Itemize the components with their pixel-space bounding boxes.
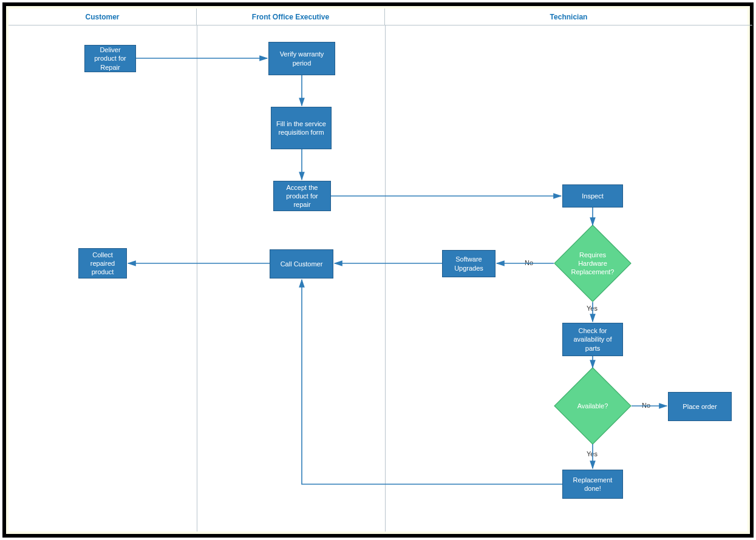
- lane-divider-2: [385, 25, 386, 532]
- lane-header-front-office: Front Office Executive: [197, 8, 385, 25]
- node-inspect[interactable]: Inspect: [562, 184, 623, 208]
- node-call-customer[interactable]: Call Customer: [270, 249, 333, 278]
- lane-header-customer: Customer: [9, 8, 197, 25]
- edge-label-no-available: No: [642, 402, 650, 409]
- node-verify-warranty[interactable]: Verify warranty period: [268, 42, 335, 75]
- node-available[interactable]: Available?: [565, 379, 620, 433]
- node-software-upgrades[interactable]: Software Upgrades: [442, 250, 495, 277]
- lane-header-technician: Technician: [385, 8, 752, 25]
- edge-label-no-hardware: No: [525, 259, 533, 266]
- diamond-label: Available?: [565, 379, 620, 433]
- node-replacement-done[interactable]: Replacement done!: [562, 470, 623, 499]
- node-fill-form[interactable]: Fill in the service requisition form: [271, 107, 332, 149]
- diagram-canvas: Customer Front Office Executive Technici…: [9, 8, 747, 532]
- node-check-parts[interactable]: Check for availability of parts: [562, 323, 623, 356]
- node-place-order[interactable]: Place order: [668, 392, 732, 421]
- diamond-label: Requires Hardware Replacement?: [565, 236, 620, 291]
- node-collect-product[interactable]: Collect repaired product: [78, 248, 127, 278]
- edge-label-yes-available: Yes: [587, 450, 598, 457]
- edge-label-yes-hardware: Yes: [587, 305, 598, 312]
- node-deliver-product[interactable]: Deliver product for Repair: [84, 45, 136, 72]
- node-accept-product[interactable]: Accept the product for repair: [273, 181, 331, 211]
- node-requires-hardware[interactable]: Requires Hardware Replacement?: [565, 236, 620, 291]
- outer-border: Customer Front Office Executive Technici…: [2, 2, 754, 538]
- lane-divider-1: [197, 25, 197, 532]
